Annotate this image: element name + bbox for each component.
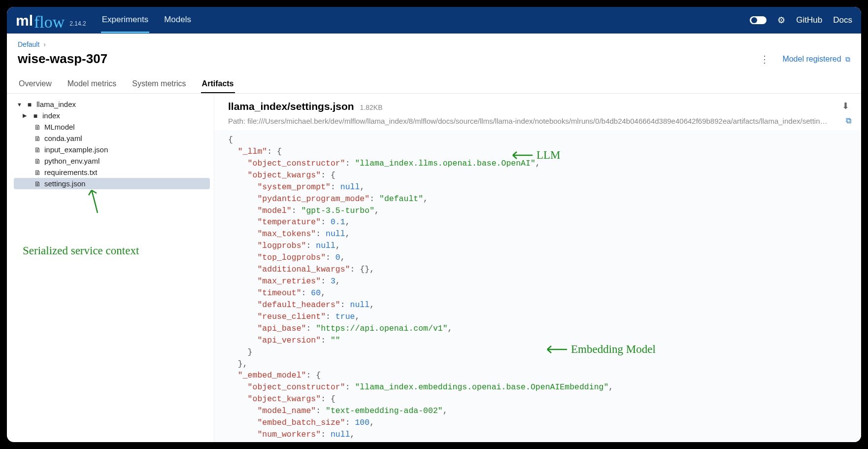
page-title: wise-wasp-307 — [18, 51, 107, 67]
nav-link-docs[interactable]: Docs — [833, 15, 852, 25]
kebab-menu-icon[interactable]: ⋮ — [760, 53, 769, 65]
file-icon: 🗎 — [33, 180, 41, 188]
annotation-embed: Embedding Model — [544, 343, 656, 356]
tree-file-conda[interactable]: 🗎 conda.yaml — [14, 133, 210, 144]
nav-link-github[interactable]: GitHub — [796, 15, 822, 25]
nav-tabs: Experiments Models — [101, 8, 192, 33]
model-registered-link[interactable]: Model registered ⧉ — [782, 55, 850, 64]
run-tabs: Overview Model metrics System metrics Ar… — [7, 70, 861, 94]
tab-overview[interactable]: Overview — [18, 75, 53, 93]
file-icon: 🗎 — [33, 146, 41, 154]
breadcrumb: Default › — [18, 40, 850, 48]
artifact-tree: ▼ ■ llama_index ▶ ■ index 🗎 MLmodel 🗎 co… — [7, 94, 214, 442]
tree-file-requirements[interactable]: 🗎 requirements.txt — [14, 167, 210, 178]
code-scroll[interactable]: { "_llm": { "object_constructor": "llama… — [214, 130, 861, 442]
copy-path-icon[interactable]: ⧉ — [846, 116, 851, 125]
nav-tab-experiments[interactable]: Experiments — [101, 8, 149, 33]
artifact-content: ⬇ llama_index/settings.json 1.82KB Path:… — [214, 94, 861, 442]
file-size: 1.82KB — [360, 104, 383, 111]
folder-icon: ■ — [26, 101, 33, 108]
file-icon: 🗎 — [33, 123, 41, 131]
annotation-llm: LLM — [510, 149, 561, 162]
tree-label: llama_index — [36, 100, 76, 108]
caret-down-icon: ▼ — [17, 102, 23, 107]
logo[interactable]: ml flow 2.14.2 — [16, 11, 86, 30]
tree-label: settings.json — [44, 179, 85, 188]
code-content: { "_llm": { "object_constructor": "llama… — [214, 130, 861, 442]
annotation-llm-label: LLM — [536, 149, 561, 162]
caret-right-icon: ▶ — [23, 112, 29, 119]
tree-label: conda.yaml — [44, 134, 82, 142]
annotation-embed-label: Embedding Model — [571, 343, 656, 356]
file-title: llama_index/settings.json — [228, 101, 354, 112]
tree-folder-root[interactable]: ▼ ■ llama_index — [14, 99, 210, 110]
file-icon: 🗎 — [33, 169, 41, 176]
file-icon: 🗎 — [33, 157, 41, 165]
gear-icon[interactable]: ⚙ — [777, 15, 785, 26]
app-frame: ml flow 2.14.2 Experiments Models ⚙ GitH… — [7, 7, 861, 442]
theme-toggle[interactable] — [750, 16, 767, 24]
top-navbar: ml flow 2.14.2 Experiments Models ⚙ GitH… — [7, 7, 861, 34]
logo-version: 2.14.2 — [69, 20, 86, 27]
folder-icon: ■ — [32, 112, 39, 120]
tree-file-python-env[interactable]: 🗎 python_env.yaml — [14, 155, 210, 167]
annotation-sidebar: Serialized service context — [23, 243, 210, 258]
tab-artifacts[interactable]: Artifacts — [201, 75, 235, 93]
tree-label: index — [42, 111, 60, 120]
file-icon: 🗎 — [33, 135, 41, 142]
tree-file-input-example[interactable]: 🗎 input_example.json — [14, 144, 210, 155]
logo-ml: ml — [16, 12, 33, 29]
tab-model-metrics[interactable]: Model metrics — [67, 75, 118, 93]
annotation-arrow — [14, 189, 210, 216]
tree-folder-index[interactable]: ▶ ■ index — [14, 110, 210, 121]
breadcrumb-root[interactable]: Default — [18, 40, 39, 48]
tree-label: MLmodel — [44, 123, 75, 131]
tree-label: requirements.txt — [44, 168, 98, 176]
file-header: llama_index/settings.json 1.82KB Path: f… — [214, 94, 861, 130]
external-link-icon: ⧉ — [845, 55, 850, 63]
page-header: Default › wise-wasp-307 ⋮ Model register… — [7, 34, 861, 70]
tree-file-settings[interactable]: 🗎 settings.json — [14, 178, 210, 189]
tree-label: python_env.yaml — [44, 157, 100, 165]
chevron-right-icon: › — [43, 40, 46, 48]
logo-flow: flow — [34, 13, 65, 32]
download-icon[interactable]: ⬇ — [842, 101, 849, 111]
file-path: Path: file:///Users/michael.berk/dev/mlf… — [228, 117, 842, 125]
nav-tab-models[interactable]: Models — [163, 8, 192, 33]
tree-file-mlmodel[interactable]: 🗎 MLmodel — [14, 121, 210, 133]
model-registered-label: Model registered — [782, 55, 841, 63]
nav-right: ⚙ GitHub Docs — [750, 15, 852, 26]
title-actions: ⋮ Model registered ⧉ — [760, 53, 850, 65]
tree-label: input_example.json — [44, 145, 108, 154]
artifact-body: ▼ ■ llama_index ▶ ■ index 🗎 MLmodel 🗎 co… — [7, 94, 861, 442]
file-actions: ⬇ — [842, 101, 849, 111]
tab-system-metrics[interactable]: System metrics — [131, 75, 187, 93]
